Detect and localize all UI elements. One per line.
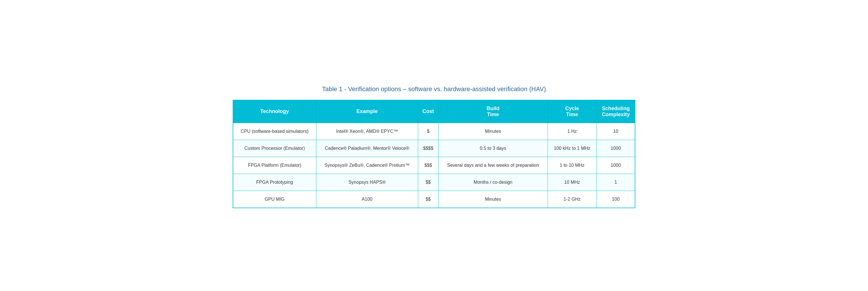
cell-cycle_time: 1 to 10 MHz — [548, 157, 596, 174]
cell-build_time: Several days and a few weeks of preparat… — [438, 157, 548, 174]
cell-example: Intel® Xeon®, AMD® EPYC™ — [316, 123, 418, 140]
verification-table: TechnologyExampleCostBuildTimeCycleTimeS… — [233, 100, 635, 208]
cell-build_time: 0.5 to 3 days — [438, 140, 548, 157]
table-header-row: TechnologyExampleCostBuildTimeCycleTimeS… — [233, 100, 635, 123]
table-row: GPU MIGA100$$Minutes1-2 GHz100 — [233, 191, 635, 208]
cell-cycle_time: 10 MHz — [548, 174, 596, 191]
cell-example: Synopsys® ZeBu®, Cadence® Protium™ — [316, 157, 418, 174]
cell-cycle_time: 1 Hz — [548, 123, 596, 140]
table-row: CPU (software-based simulators)Intel® Xe… — [233, 123, 635, 140]
cell-build_time: Minutes — [438, 123, 548, 140]
table-row: FPGA PrototypingSynopsys HAPS®$$Months /… — [233, 174, 635, 191]
cell-technology: FPGA Platform (Emulator) — [233, 157, 316, 174]
cell-scheduling_complexity: 10 — [596, 123, 635, 140]
cell-scheduling_complexity: 1000 — [596, 157, 635, 174]
cell-cost: $$ — [418, 174, 438, 191]
cell-example: A100 — [316, 191, 418, 208]
table-body: CPU (software-based simulators)Intel® Xe… — [233, 123, 635, 208]
cell-example: Synopsys HAPS® — [316, 174, 418, 191]
col-header-scheduling_complexity: SchedulingComplexity — [596, 100, 635, 123]
cell-cost: $$ — [418, 191, 438, 208]
page-container: Table 1 - Verification options – softwar… — [233, 83, 635, 208]
col-header-build_time: BuildTime — [438, 100, 548, 123]
cell-technology: FPGA Prototyping — [233, 174, 316, 191]
cell-cycle_time: 1-2 GHz — [548, 191, 596, 208]
cell-cycle_time: 100 kHz to 1 MHz — [548, 140, 596, 157]
cell-build_time: Months / co-design — [438, 174, 548, 191]
col-header-example: Example — [316, 100, 418, 123]
cell-technology: Custom Processor (Emulator) — [233, 140, 316, 157]
cell-scheduling_complexity: 1000 — [596, 140, 635, 157]
col-header-technology: Technology — [233, 100, 316, 123]
table-row: FPGA Platform (Emulator)Synopsys® ZeBu®,… — [233, 157, 635, 174]
cell-build_time: Minutes — [438, 191, 548, 208]
cell-cost: $$$$ — [418, 140, 438, 157]
cell-scheduling_complexity: 100 — [596, 191, 635, 208]
cell-technology: GPU MIG — [233, 191, 316, 208]
cell-technology: CPU (software-based simulators) — [233, 123, 316, 140]
col-header-cycle_time: CycleTime — [548, 100, 596, 123]
cell-cost: $ — [418, 123, 438, 140]
cell-cost: $$$ — [418, 157, 438, 174]
cell-scheduling_complexity: 1 — [596, 174, 635, 191]
cell-example: Cadence® Paladium®, Mentor® Veloce® — [316, 140, 418, 157]
table-row: Custom Processor (Emulator)Cadence® Pala… — [233, 140, 635, 157]
table-title: Table 1 - Verification options – softwar… — [233, 83, 635, 95]
col-header-cost: Cost — [418, 100, 438, 123]
